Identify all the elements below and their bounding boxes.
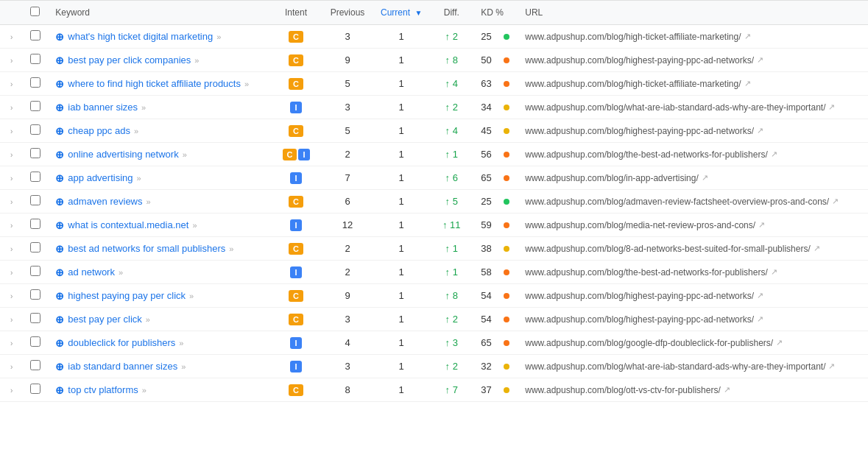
url-link[interactable]: www.adpushup.com/blog/media-net-review-p… [525, 220, 755, 230]
row-checkbox[interactable] [30, 266, 40, 276]
keyword-plus-icon[interactable]: ⊕ [55, 149, 64, 160]
checkbox-cell [23, 143, 48, 166]
expand-button[interactable]: › [7, 102, 15, 113]
external-link-icon[interactable]: ↗ [757, 291, 763, 300]
expand-button[interactable]: › [7, 291, 15, 302]
external-link-icon[interactable]: ↗ [828, 361, 835, 371]
row-checkbox[interactable] [30, 54, 40, 64]
keyword-link[interactable]: iab banner sizes [68, 102, 138, 113]
row-checkbox[interactable] [30, 148, 40, 158]
expand-button[interactable]: › [7, 173, 15, 184]
keyword-plus-icon[interactable]: ⊕ [55, 384, 64, 396]
expand-button[interactable]: › [7, 79, 15, 90]
keyword-link[interactable]: iab standard banner sizes [68, 361, 177, 372]
row-checkbox[interactable] [30, 124, 40, 135]
keyword-link[interactable]: top ctv platforms [68, 384, 138, 395]
url-link[interactable]: www.adpushup.com/blog/google-dfp-doublec… [525, 338, 773, 348]
keyword-link[interactable]: app advertising [68, 172, 133, 183]
keyword-plus-icon[interactable]: ⊕ [55, 125, 64, 137]
external-link-icon[interactable]: ↗ [702, 173, 708, 183]
keyword-plus-icon[interactable]: ⊕ [55, 243, 64, 255]
keyword-link[interactable]: best pay per click [68, 314, 141, 325]
expand-button[interactable]: › [7, 314, 15, 325]
expand-button[interactable]: › [7, 338, 15, 349]
expand-button[interactable]: › [7, 126, 15, 137]
row-checkbox[interactable] [30, 172, 40, 182]
external-link-icon[interactable]: ↗ [771, 267, 777, 277]
external-link-icon[interactable]: ↗ [757, 314, 763, 324]
expand-button[interactable]: › [7, 55, 15, 66]
row-checkbox[interactable] [30, 30, 40, 40]
keyword-plus-icon[interactable]: ⊕ [55, 31, 64, 43]
url-link[interactable]: www.adpushup.com/blog/highest-paying-ppc… [525, 314, 754, 325]
external-link-icon[interactable]: ↗ [744, 32, 751, 41]
keyword-link[interactable]: best pay per click companies [68, 54, 191, 66]
row-checkbox[interactable] [30, 101, 40, 111]
expand-button[interactable]: › [7, 220, 15, 231]
keyword-plus-icon[interactable]: ⊕ [55, 361, 64, 372]
expand-button[interactable]: › [7, 267, 15, 278]
row-checkbox[interactable] [30, 195, 40, 205]
url-link[interactable]: www.adpushup.com/blog/8-ad-networks-best… [525, 244, 811, 254]
url-link[interactable]: www.adpushup.com/blog/ott-vs-ctv-for-pub… [525, 385, 720, 395]
expand-button[interactable]: › [7, 385, 15, 396]
keyword-link[interactable]: where to find high ticket affiliate prod… [68, 78, 241, 89]
expand-button[interactable]: › [7, 244, 15, 255]
keyword-plus-icon[interactable]: ⊕ [55, 54, 64, 66]
expand-button[interactable]: › [7, 361, 15, 372]
keyword-plus-icon[interactable]: ⊕ [55, 337, 64, 349]
url-link[interactable]: www.adpushup.com/blog/in-app-advertising… [525, 173, 698, 183]
url-link[interactable]: www.adpushup.com/blog/the-best-ad-networ… [525, 149, 768, 160]
external-link-icon[interactable]: ↗ [757, 126, 763, 135]
external-link-icon[interactable]: ↗ [832, 197, 839, 206]
row-checkbox[interactable] [30, 384, 40, 394]
keyword-plus-icon[interactable]: ⊕ [55, 78, 64, 90]
row-checkbox[interactable] [30, 360, 40, 370]
current-col-header[interactable]: Current ▼ [373, 1, 429, 25]
url-link[interactable]: www.adpushup.com/blog/highest-paying-ppc… [525, 291, 754, 301]
keyword-plus-icon[interactable]: ⊕ [55, 266, 64, 278]
keyword-link[interactable]: highest paying pay per click [68, 290, 186, 301]
expand-button[interactable]: › [7, 149, 15, 160]
url-link[interactable]: www.adpushup.com/blog/high-ticket-affili… [525, 79, 741, 89]
keyword-link[interactable]: doubleclick for publishers [68, 337, 175, 348]
row-checkbox[interactable] [30, 219, 40, 229]
url-link[interactable]: www.adpushup.com/blog/the-best-ad-networ… [525, 267, 768, 278]
keyword-plus-icon[interactable]: ⊕ [55, 314, 64, 325]
url-link[interactable]: www.adpushup.com/blog/highest-paying-ppc… [525, 126, 754, 136]
keyword-plus-icon[interactable]: ⊕ [55, 102, 64, 113]
keyword-plus-icon[interactable]: ⊕ [55, 219, 64, 231]
row-checkbox[interactable] [30, 313, 40, 323]
keyword-plus-icon[interactable]: ⊕ [55, 172, 64, 184]
keyword-link[interactable]: what is contextual.media.net [68, 219, 188, 230]
row-checkbox[interactable] [30, 242, 40, 253]
expand-button[interactable]: › [7, 32, 15, 43]
external-link-icon[interactable]: ↗ [744, 79, 751, 88]
external-link-icon[interactable]: ↗ [814, 244, 820, 253]
external-link-icon[interactable]: ↗ [758, 220, 765, 230]
url-link[interactable]: www.adpushup.com/blog/what-are-iab-stand… [525, 102, 825, 113]
row-checkbox[interactable] [30, 77, 40, 88]
keyword-plus-icon[interactable]: ⊕ [55, 290, 64, 302]
external-link-icon[interactable]: ↗ [771, 149, 777, 159]
keyword-plus-icon[interactable]: ⊕ [55, 196, 64, 208]
external-link-icon[interactable]: ↗ [757, 55, 763, 65]
url-link[interactable]: www.adpushup.com/blog/admaven-review-fac… [525, 197, 829, 207]
external-link-icon[interactable]: ↗ [828, 102, 835, 112]
url-link[interactable]: www.adpushup.com/blog/what-are-iab-stand… [525, 361, 825, 372]
url-link[interactable]: www.adpushup.com/blog/highest-paying-ppc… [525, 55, 754, 66]
keyword-link[interactable]: best ad networks for small publishers [68, 243, 225, 254]
external-link-icon[interactable]: ↗ [776, 338, 783, 347]
keyword-link[interactable]: what's high ticket digital marketing [68, 31, 213, 42]
row-checkbox[interactable] [30, 336, 40, 347]
url-link[interactable]: www.adpushup.com/blog/high-ticket-affili… [525, 32, 741, 42]
keyword-link[interactable]: cheap ppc ads [68, 125, 130, 136]
row-checkbox[interactable] [30, 289, 40, 300]
external-link-icon[interactable]: ↗ [724, 385, 730, 395]
keyword-link[interactable]: admaven reviews [68, 196, 142, 207]
keyword-col-header[interactable]: Keyword [48, 1, 270, 25]
keyword-link[interactable]: online advertising network [68, 149, 178, 160]
select-all-checkbox[interactable] [30, 7, 40, 16]
keyword-link[interactable]: ad network [68, 266, 115, 278]
expand-button[interactable]: › [7, 197, 15, 208]
